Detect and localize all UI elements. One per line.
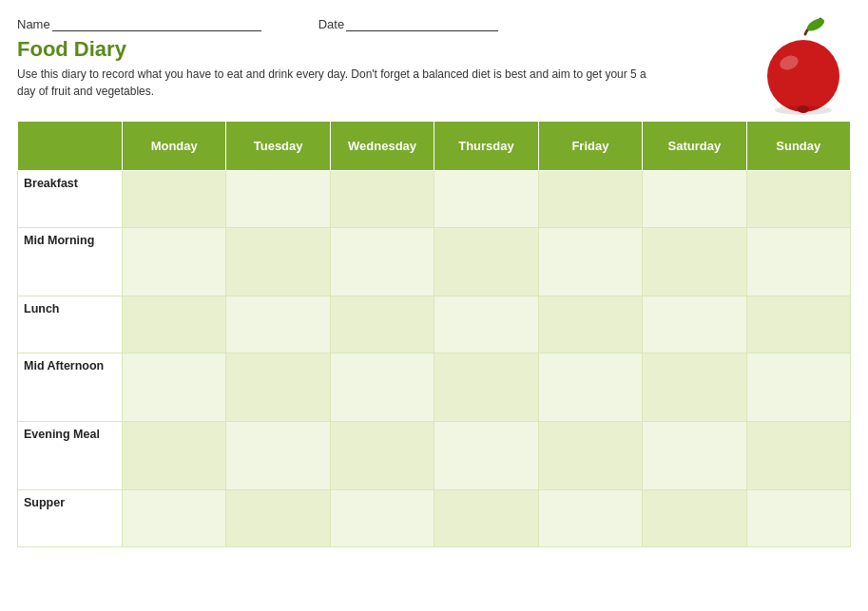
top-left: Name Date Food Diary Use this diary to r… <box>17 17 746 109</box>
header-sunday: Sunday <box>746 122 850 171</box>
cell-breakfast-monday[interactable] <box>123 171 226 228</box>
cell-eveningmeal-friday[interactable] <box>538 422 642 490</box>
name-date-row: Name Date <box>17 17 746 31</box>
cell-breakfast-saturday[interactable] <box>643 171 746 228</box>
table-row: Lunch <box>18 296 851 353</box>
table-row: Mid Afternoon <box>18 353 851 422</box>
cell-midmorning-saturday[interactable] <box>643 228 746 296</box>
apple-icon <box>756 17 851 117</box>
cell-supper-wednesday[interactable] <box>330 490 434 547</box>
top-section: Name Date Food Diary Use this diary to r… <box>17 17 851 117</box>
meal-label-supper: Supper <box>18 490 123 547</box>
cell-lunch-friday[interactable] <box>538 296 642 353</box>
meal-label-mid-afternoon: Mid Afternoon <box>18 353 123 422</box>
cell-midafternoon-saturday[interactable] <box>643 353 746 422</box>
cell-midafternoon-monday[interactable] <box>123 353 226 422</box>
header-wednesday: Wednesday <box>330 122 434 171</box>
cell-midmorning-thursday[interactable] <box>434 228 538 296</box>
cell-midmorning-tuesday[interactable] <box>226 228 330 296</box>
cell-lunch-saturday[interactable] <box>643 296 746 353</box>
cell-eveningmeal-thursday[interactable] <box>434 422 538 490</box>
table-row: Evening Meal <box>18 422 851 490</box>
table-row: Breakfast <box>18 171 851 228</box>
cell-breakfast-sunday[interactable] <box>746 171 850 228</box>
cell-supper-sunday[interactable] <box>746 490 850 547</box>
header-saturday: Saturday <box>643 122 746 171</box>
table-row: Mid Morning <box>18 228 851 296</box>
name-field: Name <box>17 17 261 31</box>
header-monday: Monday <box>123 122 226 171</box>
cell-lunch-sunday[interactable] <box>746 296 850 353</box>
cell-midafternoon-friday[interactable] <box>538 353 642 422</box>
header-thursday: Thursday <box>434 122 538 171</box>
cell-lunch-monday[interactable] <box>123 296 226 353</box>
cell-supper-thursday[interactable] <box>434 490 538 547</box>
meal-label-lunch: Lunch <box>18 296 123 353</box>
cell-lunch-tuesday[interactable] <box>226 296 330 353</box>
meal-label-mid-morning: Mid Morning <box>18 228 123 296</box>
description: Use this diary to record what you have t… <box>17 66 664 100</box>
cell-midmorning-monday[interactable] <box>123 228 226 296</box>
cell-lunch-thursday[interactable] <box>434 296 538 353</box>
svg-point-4 <box>775 105 832 115</box>
page-title: Food Diary <box>17 37 746 62</box>
cell-midmorning-sunday[interactable] <box>746 228 850 296</box>
header-tuesday: Tuesday <box>226 122 330 171</box>
date-underline <box>346 18 498 31</box>
cell-eveningmeal-wednesday[interactable] <box>330 422 434 490</box>
apple-image-container <box>746 17 851 117</box>
header-empty-cell <box>18 122 123 171</box>
cell-midafternoon-wednesday[interactable] <box>330 353 434 422</box>
header-friday: Friday <box>538 122 642 171</box>
cell-supper-friday[interactable] <box>538 490 642 547</box>
cell-supper-monday[interactable] <box>123 490 226 547</box>
cell-breakfast-friday[interactable] <box>538 171 642 228</box>
cell-eveningmeal-tuesday[interactable] <box>226 422 330 490</box>
table-row: Supper <box>18 490 851 547</box>
cell-supper-saturday[interactable] <box>643 490 746 547</box>
cell-midafternoon-tuesday[interactable] <box>226 353 330 422</box>
svg-point-1 <box>767 40 839 112</box>
food-diary-table: Monday Tuesday Wednesday Thursday Friday… <box>17 121 851 547</box>
meal-label-evening-meal: Evening Meal <box>18 422 123 490</box>
cell-eveningmeal-monday[interactable] <box>123 422 226 490</box>
cell-lunch-wednesday[interactable] <box>330 296 434 353</box>
cell-eveningmeal-sunday[interactable] <box>746 422 850 490</box>
cell-midafternoon-sunday[interactable] <box>746 353 850 422</box>
cell-breakfast-tuesday[interactable] <box>226 171 330 228</box>
cell-midmorning-wednesday[interactable] <box>330 228 434 296</box>
meal-label-breakfast: Breakfast <box>18 171 123 228</box>
cell-supper-tuesday[interactable] <box>226 490 330 547</box>
table-header-row: Monday Tuesday Wednesday Thursday Friday… <box>18 122 851 171</box>
cell-breakfast-thursday[interactable] <box>434 171 538 228</box>
name-underline <box>52 18 261 31</box>
cell-midafternoon-thursday[interactable] <box>434 353 538 422</box>
cell-breakfast-wednesday[interactable] <box>330 171 434 228</box>
date-field: Date <box>318 17 498 31</box>
cell-eveningmeal-saturday[interactable] <box>643 422 746 490</box>
cell-midmorning-friday[interactable] <box>538 228 642 296</box>
